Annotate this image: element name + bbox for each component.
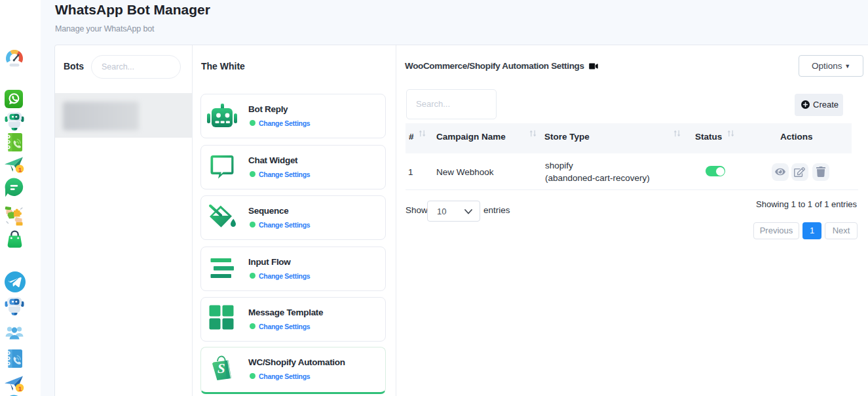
svg-text:S: S (217, 361, 225, 376)
svg-text:1: 1 (18, 386, 22, 392)
svg-text:1: 1 (18, 167, 22, 173)
